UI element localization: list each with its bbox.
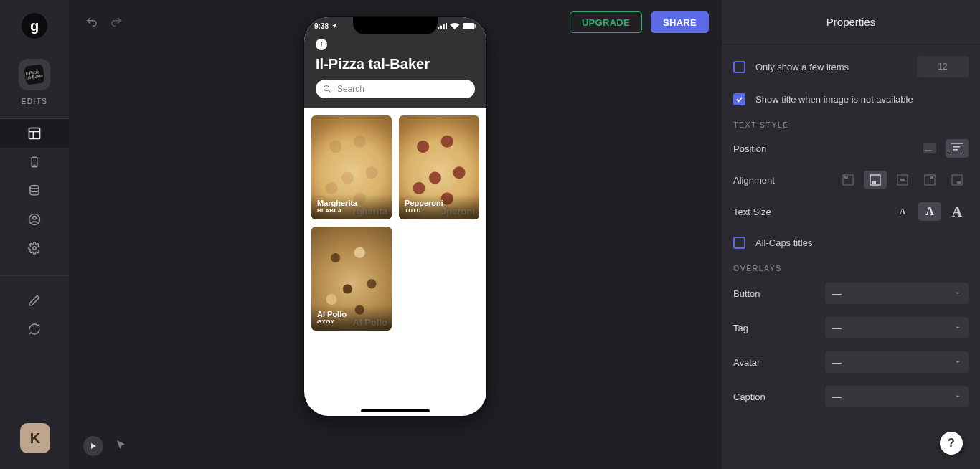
row-show-title: Show title when image is not available (733, 90, 969, 108)
user-avatar[interactable]: K (20, 423, 50, 453)
rail-item-data[interactable] (0, 176, 69, 205)
dropdown-button[interactable]: — (825, 283, 969, 304)
canvas-area: UPGRADE SHARE 9:38 i Il-Pizza tal-Baker (69, 0, 722, 469)
dropdown-avatar[interactable]: — (825, 351, 969, 373)
align-bottom-left[interactable] (864, 171, 887, 189)
svg-rect-9 (438, 27, 439, 29)
rail-item-layout[interactable] (0, 119, 69, 148)
signal-icon (438, 23, 448, 29)
database-icon (28, 184, 41, 197)
svg-point-8 (33, 247, 37, 250)
svg-rect-29 (930, 176, 933, 179)
rail-item-sync[interactable] (0, 315, 69, 344)
row-alignment: Alignment (733, 171, 969, 189)
search-input[interactable] (336, 83, 468, 95)
properties-body[interactable]: Only show a few items 12 Show title when… (722, 44, 980, 469)
svg-rect-21 (953, 149, 958, 151)
align-br-icon (951, 174, 963, 186)
row-text-size: Text Size A A A (733, 202, 969, 221)
info-icon[interactable]: i (316, 39, 327, 50)
align-c-icon (897, 174, 908, 186)
search-icon (323, 85, 331, 93)
position-below[interactable] (946, 139, 969, 158)
statusbar: 9:38 (304, 17, 486, 34)
rail-item-settings[interactable] (0, 234, 69, 262)
svg-point-5 (30, 186, 39, 189)
check-icon (735, 95, 743, 103)
user-circle-icon (28, 213, 41, 226)
refresh-icon (28, 323, 41, 336)
row-button: Button — (733, 283, 969, 304)
svg-rect-19 (951, 143, 963, 153)
checkbox-show-title[interactable] (733, 93, 745, 105)
left-rail: g Il-Pizzatal-Baker EDITS K (0, 0, 69, 469)
logo-badge[interactable]: g (22, 13, 47, 39)
search-field[interactable] (316, 80, 475, 98)
svg-rect-10 (440, 25, 441, 29)
align-top-left[interactable] (837, 171, 859, 189)
align-top-right[interactable] (918, 171, 941, 189)
card-margherita[interactable]: rgherita Margherita BLABLA (311, 115, 392, 219)
size-large[interactable]: A (946, 202, 969, 221)
card-overlay: Al Pollo GYGY (311, 305, 392, 331)
chevron-down-icon (954, 324, 961, 331)
app-thumbnail-preview: Il-Pizzatal-Baker (24, 64, 44, 85)
svg-point-15 (324, 86, 329, 91)
size-medium[interactable]: A (918, 202, 941, 221)
chevron-down-icon (954, 290, 961, 297)
dropdown-tag[interactable]: — (825, 317, 969, 338)
rail-item-device[interactable] (0, 148, 69, 176)
svg-rect-20 (953, 146, 960, 148)
position-overlay[interactable] (918, 139, 941, 158)
align-tr-icon (924, 174, 936, 186)
position-below-icon (951, 143, 963, 153)
rail-item-user[interactable] (0, 205, 69, 234)
app-header: i Il-Pizza tal-Baker (304, 34, 486, 108)
app-title: Il-Pizza tal-Baker (316, 56, 475, 72)
checkbox-all-caps[interactable] (733, 237, 745, 249)
battery-icon (463, 23, 477, 29)
label-all-caps: All-Caps titles (755, 237, 969, 248)
app-thumbnail[interactable]: Il-Pizzatal-Baker (19, 59, 50, 90)
checkbox-only-show[interactable] (733, 61, 745, 73)
align-bottom-right[interactable] (946, 171, 969, 189)
phone-frame: 9:38 i Il-Pizza tal-Baker (304, 17, 486, 416)
location-arrow-icon (331, 23, 337, 29)
svg-rect-23 (844, 176, 848, 179)
svg-point-7 (33, 217, 37, 220)
cards-grid: rgherita Margherita BLABLA Jperoni Peppe… (304, 108, 486, 338)
help-button[interactable]: ? (940, 432, 963, 455)
row-avatar: Avatar — (733, 351, 969, 373)
rail-item-edit[interactable] (0, 286, 69, 315)
properties-panel: Properties Only show a few items 12 Show… (722, 0, 980, 469)
smartphone-icon (28, 156, 41, 169)
gear-icon (28, 242, 41, 255)
dropdown-caption[interactable]: — (825, 386, 969, 407)
size-small[interactable]: A (891, 202, 914, 221)
svg-rect-12 (446, 23, 447, 29)
input-only-show-count[interactable]: 12 (917, 56, 969, 77)
edits-label: EDITS (22, 98, 48, 105)
properties-title: Properties (722, 0, 980, 44)
align-center[interactable] (891, 171, 914, 189)
device-stage[interactable]: 9:38 i Il-Pizza tal-Baker (69, 0, 722, 469)
svg-rect-11 (443, 24, 444, 29)
section-overlays: OVERLAYS (733, 264, 969, 273)
label-only-show: Only show a few items (755, 62, 911, 72)
svg-rect-0 (29, 128, 40, 139)
rail-divider-2 (0, 275, 69, 276)
text-size-toggle: A A A (891, 202, 969, 221)
wifi-icon (450, 23, 460, 29)
card-pepperoni[interactable]: Jperoni Pepperoni TUTU (399, 115, 479, 219)
svg-rect-31 (957, 181, 961, 184)
chevron-down-icon (954, 359, 961, 366)
card-al-pollo[interactable]: Al Pollo Al Pollo GYGY (311, 227, 392, 331)
play-button[interactable] (83, 436, 103, 456)
row-all-caps: All-Caps titles (733, 234, 969, 251)
position-toggle (918, 139, 969, 158)
row-caption: Caption — (733, 386, 969, 407)
svg-rect-14 (475, 24, 476, 28)
svg-rect-27 (900, 179, 905, 181)
select-tool[interactable] (115, 439, 129, 453)
svg-line-16 (329, 90, 331, 93)
